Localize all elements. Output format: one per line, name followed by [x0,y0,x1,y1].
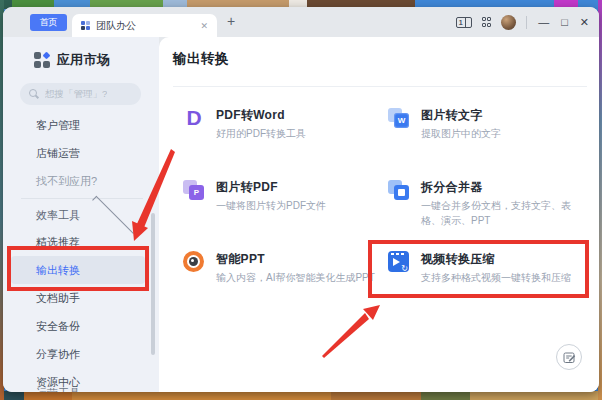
close-button[interactable]: ✕ [579,7,590,37]
card-subtitle: 一键将图片转为PDF文件 [216,199,326,214]
smart-ppt-icon [183,251,205,273]
home-tab-button[interactable]: 首页 [30,14,67,31]
card-image-to-text[interactable]: W 图片转文字 提取图片中的文字 [386,99,591,171]
card-split-merge[interactable]: 拆分合并器 一键合并多份文档，支持文字、表格、演示、PPT [386,171,591,243]
image-to-text-icon: W [388,107,410,129]
feedback-icon [563,351,576,364]
maximize-button[interactable]: □ [560,7,569,37]
new-tab-button[interactable]: + [227,13,235,29]
sidebar: 应用市场 想搜「管理」? 客户管理 店铺运营 找不到应用? 效率工具 精选推荐 [3,37,159,392]
sidebar-section-label: 效率工具 [36,208,88,223]
card-subtitle: 支持多种格式视频一键转换和压缩 [421,271,571,286]
sidebar-item-customer-management[interactable]: 客户管理 [3,111,159,139]
app-card-grid: D PDF转Word 好用的PDF转换工具 W 图片转文字 提取图片中的文字 [183,99,591,315]
search-input[interactable]: 想搜「管理」? [20,83,141,105]
card-title: 拆分合并器 [421,179,581,196]
minimize-button[interactable]: — [537,7,550,37]
pdf-word-icon: D [183,107,205,129]
card-title: 图片转PDF [216,179,326,196]
card-video-convert-compress[interactable]: ↻ 视频转换压缩 支持多种格式视频一键转换和压缩 [386,243,591,315]
sidebar-section-efficiency-tools[interactable]: 效率工具 [3,202,159,228]
card-title: 图片转文字 [421,107,501,124]
card-subtitle: 输入内容，AI帮你智能美化生成PPT [216,271,375,286]
card-subtitle: 一键合并多份文档，支持文字、表格、演示、PPT [421,199,581,228]
sidebar-menu: 客户管理 店铺运营 找不到应用? 效率工具 精选推荐 输出转换 文档助手 安全备… [3,111,159,392]
image-to-pdf-icon: P [183,179,205,201]
app-market-logo-icon [34,52,50,68]
sidebar-header: 应用市场 [34,51,111,69]
titlebar-controls: 1 — □ ✕ [456,7,590,37]
sidebar-item-secure-backup[interactable]: 安全备份 [3,312,159,340]
desktop: 首页 团队办公 ✕ + 1 — □ ✕ 应 [0,0,602,400]
sidebar-item-store-operation[interactable]: 店铺运营 [3,139,159,167]
card-title: PDF转Word [216,107,306,124]
tab-app-icon [81,21,90,30]
sidebar-item-document-assistant[interactable]: 文档助手 [3,284,159,312]
sidebar-scrollbar[interactable] [151,213,155,355]
sidebar-divider [21,198,143,199]
card-subtitle: 提取图片中的文字 [421,127,501,142]
card-image-to-pdf[interactable]: P 图片转PDF 一键将图片转为PDF文件 [183,171,386,243]
app-market-title: 应用市场 [57,51,111,69]
split-merge-icon [388,179,410,201]
feedback-button[interactable] [556,344,582,370]
titlebar: 首页 团队办公 ✕ + 1 — □ ✕ [3,7,599,37]
titlebar-divider [526,16,527,29]
sidebar-item-featured[interactable]: 精选推荐 [3,228,159,256]
main-content: 输出转换 D PDF转Word 好用的PDF转换工具 W [159,37,599,392]
tab-team-office[interactable]: 团队办公 ✕ [72,14,217,37]
sidebar-item-clipped[interactable]: 运营工具 [36,387,80,392]
sidebar-item-cant-find-app[interactable]: 找不到应用? [3,167,159,195]
card-subtitle: 好用的PDF转换工具 [216,127,306,142]
sidebar-item-output-conversion[interactable]: 输出转换 [11,256,145,284]
page-title: 输出转换 [173,50,229,68]
tab-layout-icon[interactable]: 1 [456,17,472,28]
tab-label: 团队办公 [96,19,194,33]
tab-close-icon[interactable]: ✕ [194,21,208,31]
card-title: 视频转换压缩 [421,251,571,268]
card-title: 智能PPT [216,251,375,268]
search-placeholder: 想搜「管理」? [45,88,107,101]
sidebar-item-resource-center[interactable]: 资源中心 [3,368,159,392]
app-window: 首页 团队办公 ✕ + 1 — □ ✕ 应 [3,7,599,392]
app-body: 应用市场 想搜「管理」? 客户管理 店铺运营 找不到应用? 效率工具 精选推荐 [3,37,599,392]
card-smart-ppt[interactable]: 智能PPT 输入内容，AI帮你智能美化生成PPT [183,243,386,315]
user-avatar[interactable] [501,15,516,30]
wallpaper-bottom [0,391,602,400]
video-convert-icon: ↻ [388,251,410,273]
search-icon [29,89,39,99]
header-divider [173,86,587,87]
card-pdf-to-word[interactable]: D PDF转Word 好用的PDF转换工具 [183,99,386,171]
grid-view-icon[interactable] [482,17,492,27]
sidebar-item-share-collaboration[interactable]: 分享协作 [3,340,159,368]
